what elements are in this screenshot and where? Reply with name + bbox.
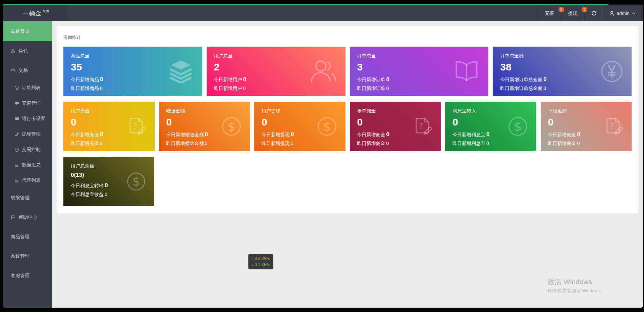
sidebar-item-label: 系统管理 — [11, 253, 30, 259]
sidebar-item-label: 充值管理 — [22, 100, 41, 106]
users-icon — [310, 60, 337, 83]
header: 一桶金 V20 充值 0 提现 0 admin — [3, 5, 643, 21]
stats-row-2: 用户充值 0 今日新增充值0 昨日新增充值0 赠送金额 0 今日新增赠送金额0 … — [63, 102, 632, 151]
stats-row-3: 用户总余额 0(13) 今日利息宝转出0 今日利息宝收益0 — [63, 157, 632, 206]
withdraw-badge: 0 — [582, 7, 587, 12]
stat-card-user-recharge[interactable]: 用户充值 0 今日新增充值0 昨日新增充值0 — [63, 102, 155, 151]
nav-withdraw-label: 提现 — [568, 10, 578, 16]
person-icon — [11, 49, 15, 53]
comment-icon — [15, 101, 19, 106]
scales-icon — [11, 68, 15, 73]
doc-question-icon — [603, 117, 623, 136]
gauge-icon — [15, 148, 19, 152]
download-speed: ↓ 0.1 KB/s — [252, 262, 270, 268]
stats-panel: 商城统计 商品总量 35 今日新增商品0 昨日新增商品0 用户总量 2 今日新增… — [57, 26, 638, 214]
cart-icon — [15, 86, 19, 90]
username: admin — [616, 11, 629, 16]
chart-icon — [15, 178, 19, 183]
sidebar-item-label: 权限管理 — [11, 195, 30, 201]
sidebar-item-service-mgmt[interactable]: 客服管理 — [3, 266, 52, 285]
header-actions: 充值 0 提现 0 admin — [537, 5, 642, 21]
stat-card-order-amount[interactable]: 订单总金额 38 今日新增订单总金额0 昨日新增订单总金额0 — [493, 47, 632, 96]
stat-card-user-withdraw[interactable]: 用户提现 0 今日新增提现0 昨日新增提现0 — [254, 102, 345, 151]
dollar-circle-icon — [127, 172, 146, 191]
sidebar-item-label: 帮助中心 — [18, 214, 37, 220]
recharge-badge: 0 — [558, 7, 564, 12]
doc-question-icon — [126, 117, 146, 136]
stat-card-interest-in[interactable]: 利息宝转入 0 今日新增利息宝0 昨日新增利息宝0 — [445, 102, 536, 151]
sidebar-item-label: 交易控制 — [22, 147, 41, 153]
sidebar-item-roles[interactable]: 角色 — [3, 41, 52, 61]
sidebar-item-label: 客服管理 — [11, 273, 30, 279]
doc-question-icon — [413, 117, 432, 136]
user-icon — [609, 11, 614, 16]
stat-card-orders-total[interactable]: 订单总量 3 今日新增订单0 昨日新增订单0 — [350, 47, 489, 96]
network-speed-overlay: ↑ 0.0 KB/s ↓ 0.1 KB/s — [248, 254, 273, 269]
sidebar-item-label: 银行卡设置 — [22, 116, 45, 122]
sidebar-item-order-list[interactable]: 订单列表 — [3, 80, 52, 96]
sidebar-item-withdraw-mgmt[interactable]: 提现管理 — [3, 126, 52, 142]
sidebar-item-label: 提现管理 — [22, 131, 41, 137]
sidebar-item-goods-mgmt[interactable]: 商品管理 — [3, 227, 52, 247]
sidebar-item-label: 订单列表 — [22, 85, 41, 91]
yen-circle-icon — [601, 60, 623, 83]
sidebar-item-agent-list[interactable]: 代理列表 — [3, 173, 52, 188]
flag-icon — [11, 215, 15, 220]
chevron-up-icon — [632, 11, 636, 15]
gavel-icon — [15, 132, 19, 137]
refresh-button[interactable] — [584, 5, 603, 21]
watermark-title: 激活 Windows — [547, 277, 604, 287]
watermark-subtitle: 转到“设置”以激活 Windows。 — [547, 288, 604, 294]
nav-withdraw[interactable]: 提现 0 — [561, 5, 584, 21]
layers-icon — [168, 60, 194, 83]
sidebar-item-label: 交易 — [18, 67, 28, 73]
stat-card-sub-rebate[interactable]: 下级返佣 0 今日新增佣金0 昨日新增佣金0 — [541, 102, 632, 151]
sidebar-item-trade-control[interactable]: 交易控制 — [3, 142, 52, 157]
stat-card-gift-amount[interactable]: 赠送金额 0 今日新增赠送金额0 昨日新增赠送金额0 — [159, 102, 250, 151]
logo[interactable]: 一桶金 V20 — [3, 5, 68, 21]
dollar-circle-icon — [317, 117, 337, 136]
sidebar-item-label: 角色 — [18, 48, 28, 54]
upload-speed: ↑ 0.0 KB/s — [252, 256, 270, 262]
sidebar-item-help-center[interactable]: 帮助中心 — [3, 208, 52, 227]
stat-card-user-balance[interactable]: 用户总余额 0(13) 今日利息宝转出0 今日利息宝收益0 — [63, 157, 154, 206]
nav-recharge[interactable]: 充值 0 — [537, 5, 561, 21]
user-menu[interactable]: admin — [603, 5, 642, 21]
book-icon — [453, 61, 480, 82]
sidebar-item-bankcard[interactable]: 银行卡设置 — [3, 111, 52, 126]
stat-card-order-commission[interactable]: 抢单佣金 0 今日新增佣金0 昨日新增佣金0 — [350, 102, 441, 151]
sidebar-item-trade[interactable]: 交易 — [3, 61, 52, 80]
windows-activation-watermark: 激活 Windows 转到“设置”以激活 Windows。 — [547, 277, 604, 294]
main-content: 商城统计 商品总量 35 今日新增商品0 昨日新增商品0 用户总量 2 今日新增… — [52, 21, 643, 308]
sidebar-item-data-summary[interactable]: 数据汇总 — [3, 157, 52, 173]
chart-icon — [15, 163, 19, 167]
stat-card-goods-total[interactable]: 商品总量 35 今日新增商品0 昨日新增商品0 — [63, 47, 202, 96]
nav-recharge-label: 充值 — [545, 10, 554, 16]
refresh-icon — [591, 11, 597, 16]
app-version: V20 — [43, 9, 49, 13]
sidebar-item-system-mgmt[interactable]: 系统管理 — [3, 247, 52, 266]
app-window: 一桶金 V20 充值 0 提现 0 admin 后台首页 — [3, 4, 643, 308]
comment-icon — [15, 117, 19, 121]
dollar-circle-icon — [508, 117, 528, 136]
sidebar: 后台首页 角色 交易 订单列表 充值管理 银行卡设置 — [3, 21, 52, 308]
dollar-circle-icon — [222, 117, 241, 136]
sidebar-item-recharge-mgmt[interactable]: 充值管理 — [3, 96, 52, 111]
stats-row-1: 商品总量 35 今日新增商品0 昨日新增商品0 用户总量 2 今日新增用户0 昨… — [63, 47, 632, 96]
app-title: 一桶金 — [22, 9, 42, 17]
stat-card-users-total[interactable]: 用户总量 2 今日新增用户0 昨日新增用户0 — [207, 47, 345, 96]
sidebar-item-label: 后台首页 — [11, 28, 30, 34]
sidebar-item-label: 代理列表 — [22, 177, 41, 184]
sidebar-item-label: 商品管理 — [11, 234, 30, 240]
panel-title: 商城统计 — [63, 26, 632, 41]
sidebar-item-permissions[interactable]: 权限管理 — [3, 188, 52, 208]
sidebar-item-label: 数据汇总 — [22, 162, 41, 168]
sidebar-item-home[interactable]: 后台首页 — [3, 21, 52, 41]
